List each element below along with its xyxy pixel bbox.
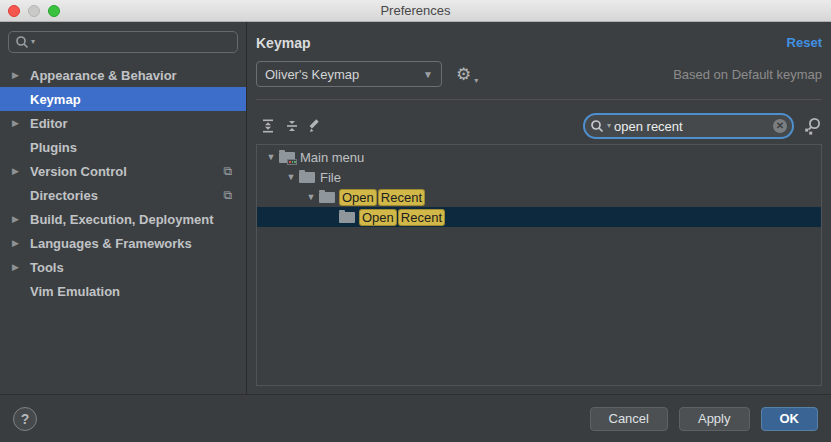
search-match-highlight: Recent [379,190,424,205]
preferences-window: Preferences ▾ ▶Appearance & BehaviorKeym… [0,0,831,442]
window-title: Preferences [0,0,831,21]
reset-link[interactable]: Reset [787,35,822,50]
tree-row-file[interactable]: ▼File [257,167,821,187]
sidebar-item-label: Plugins [30,140,77,155]
sidebar-item-appearance-behavior[interactable]: ▶Appearance & Behavior [0,63,246,87]
close-window-button[interactable] [8,5,20,17]
collapse-all-icon [284,118,300,134]
tree-row-main-menu[interactable]: ▼Main menu [257,147,821,167]
shared-settings-icon: ⧉ [223,189,232,201]
find-by-shortcut-icon [802,116,822,136]
gear-icon[interactable]: ⚙▾ [456,66,471,83]
sidebar-item-label: Languages & Frameworks [30,236,192,251]
expand-all-button[interactable] [256,115,280,137]
pencil-icon [308,118,324,134]
search-match-highlight: Open [340,190,376,205]
gear-dropdown-arrow-icon: ▾ [474,77,478,85]
expand-arrow-icon[interactable]: ▶ [12,118,30,128]
find-by-shortcut-button[interactable] [802,116,822,136]
sidebar-item-label: Version Control [30,164,127,179]
apply-button[interactable]: Apply [679,407,750,431]
menu-items-overlay-icon [287,159,297,165]
sidebar-item-vim-emulation[interactable]: Vim Emulation [0,279,246,303]
sidebar-item-plugins[interactable]: Plugins [0,135,246,159]
minimize-window-button[interactable] [28,5,40,17]
search-match-highlight: Recent [399,210,444,225]
search-match-highlight: Open [360,210,396,225]
folder-icon [339,212,355,223]
sidebar-item-label: Appearance & Behavior [30,68,177,83]
window-controls [8,5,60,17]
zoom-window-button[interactable] [48,5,60,17]
shared-settings-icon: ⧉ [223,165,232,177]
expand-all-icon [260,118,276,134]
page-title: Keymap [256,35,310,51]
sidebar-item-keymap[interactable]: Keymap [0,87,246,111]
search-icon [15,35,29,49]
sidebar-item-tools[interactable]: ▶Tools [0,255,246,279]
keymap-select[interactable]: Oliver's Keymap ▼ [256,61,442,87]
sidebar-item-build-execution-deployment[interactable]: ▶Build, Execution, Deployment [0,207,246,231]
expand-arrow-icon[interactable]: ▶ [12,166,30,176]
sidebar-item-directories[interactable]: Directories⧉ [0,183,246,207]
based-on-label: Based on Default keymap [673,67,822,82]
keymap-action-tree: ▼Main menu▼File▼OpenRecentOpenRecent [256,144,822,386]
cancel-button[interactable]: Cancel [590,407,668,431]
sidebar-item-editor[interactable]: ▶Editor [0,111,246,135]
sidebar-item-label: Keymap [30,92,81,107]
expand-arrow-icon[interactable]: ▶ [12,214,30,224]
keymap-panel: Keymap Reset Oliver's Keymap ▼ ⚙▾ Based … [247,22,831,394]
sidebar-item-label: Vim Emulation [30,284,120,299]
header-separator [256,99,822,100]
tree-row-label: File [320,170,341,185]
keymap-select-value: Oliver's Keymap [265,67,359,82]
expand-arrow-icon[interactable]: ▶ [12,238,30,248]
ok-button[interactable]: OK [761,407,819,431]
tree-row-open-recent[interactable]: ▼OpenRecent [257,187,821,207]
sidebar-item-label: Editor [30,116,68,131]
search-options-arrow-icon: ▾ [607,122,611,130]
titlebar: Preferences [0,0,831,22]
sidebar-item-label: Directories [30,188,98,203]
action-search-field[interactable]: ▾ ✕ [583,113,794,139]
folder-icon [319,192,335,203]
sidebar-item-label: Tools [30,260,64,275]
collapse-arrow-icon[interactable]: ▼ [263,152,279,162]
menu-group-icon [279,152,295,163]
settings-search-input[interactable] [37,35,231,50]
expand-arrow-icon[interactable]: ▶ [12,70,30,80]
search-options-arrow-icon: ▾ [31,38,35,46]
settings-sidebar: ▾ ▶Appearance & BehaviorKeymap▶EditorPlu… [0,22,247,394]
sidebar-item-languages-frameworks[interactable]: ▶Languages & Frameworks [0,231,246,255]
dialog-footer: ? Cancel Apply OK [0,394,831,442]
action-search-input[interactable] [614,119,770,134]
help-button[interactable]: ? [13,407,37,431]
folder-icon [299,172,315,183]
expand-arrow-icon[interactable]: ▶ [12,262,30,272]
clear-search-icon[interactable]: ✕ [773,119,787,133]
settings-search-box[interactable]: ▾ [8,31,238,53]
collapse-arrow-icon[interactable]: ▼ [283,172,299,182]
sidebar-item-label: Build, Execution, Deployment [30,212,213,227]
tree-row-label: Main menu [300,150,364,165]
settings-category-list: ▶Appearance & BehaviorKeymap▶EditorPlugi… [0,63,246,303]
collapse-all-button[interactable] [280,115,304,137]
edit-shortcut-button[interactable] [304,115,328,137]
tree-row-open-recent[interactable]: OpenRecent [257,207,821,227]
sidebar-item-version-control[interactable]: ▶Version Control⧉ [0,159,246,183]
chevron-down-icon: ▼ [423,69,433,80]
collapse-arrow-icon[interactable]: ▼ [303,192,319,202]
search-icon [590,119,604,133]
